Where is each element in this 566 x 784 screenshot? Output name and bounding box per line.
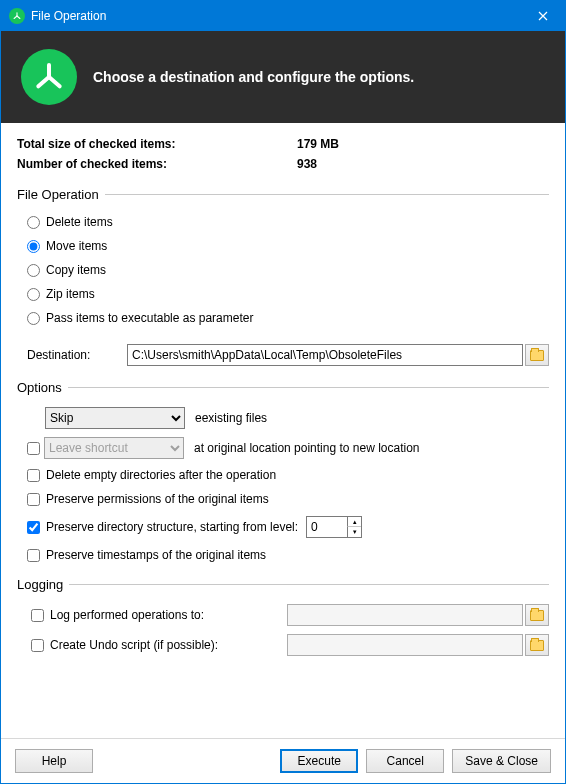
banner-headline: Choose a destination and configure the o… bbox=[93, 69, 414, 85]
content-area: Total size of checked items: 179 MB Numb… bbox=[1, 123, 565, 738]
file-operation-dialog: File Operation Choose a destination and … bbox=[0, 0, 566, 784]
spin-up[interactable]: ▴ bbox=[347, 517, 361, 527]
stats-block: Total size of checked items: 179 MB Numb… bbox=[17, 137, 549, 171]
destination-label: Destination: bbox=[27, 348, 127, 362]
help-button[interactable]: Help bbox=[15, 749, 93, 773]
options-block: Skip eexisting files Leave shortcut at o… bbox=[17, 403, 549, 567]
level-spinner[interactable]: 0 ▴▾ bbox=[306, 516, 362, 538]
radio-pass[interactable]: Pass items to executable as parameter bbox=[27, 306, 549, 330]
close-icon bbox=[538, 11, 548, 21]
log-ops-path bbox=[287, 604, 523, 626]
stat-size-value: 179 MB bbox=[297, 137, 339, 151]
shortcut-select: Leave shortcut bbox=[44, 437, 184, 459]
destination-input[interactable] bbox=[127, 344, 523, 366]
radio-copy[interactable]: Copy items bbox=[27, 258, 549, 282]
preserve-structure-label: Preserve directory structure, starting f… bbox=[46, 520, 298, 534]
shortcut-row: Leave shortcut at original location poin… bbox=[27, 433, 549, 463]
radio-move[interactable]: Move items bbox=[27, 234, 549, 258]
svg-line-1 bbox=[14, 16, 17, 19]
existing-files-select[interactable]: Skip bbox=[45, 407, 185, 429]
svg-line-5 bbox=[49, 77, 60, 86]
log-ops-browse[interactable] bbox=[525, 604, 549, 626]
stat-size-row: Total size of checked items: 179 MB bbox=[17, 137, 549, 151]
shortcut-checkbox[interactable] bbox=[27, 442, 40, 455]
folder-icon bbox=[530, 640, 544, 651]
undo-check[interactable]: Create Undo script (if possible): bbox=[27, 636, 227, 655]
undo-path bbox=[287, 634, 523, 656]
existing-files-label: eexisting files bbox=[195, 411, 267, 425]
log-ops-check[interactable]: Log performed operations to: bbox=[27, 606, 227, 625]
options-header: Options bbox=[17, 380, 549, 395]
close-button[interactable] bbox=[520, 1, 565, 31]
delete-empty-check[interactable]: Delete empty directories after the opera… bbox=[27, 463, 549, 487]
destination-row: Destination: bbox=[17, 344, 549, 366]
folder-icon bbox=[530, 610, 544, 621]
banner: Choose a destination and configure the o… bbox=[1, 31, 565, 123]
svg-line-4 bbox=[38, 77, 49, 86]
svg-line-2 bbox=[17, 16, 20, 19]
cancel-button[interactable]: Cancel bbox=[366, 749, 444, 773]
folder-icon bbox=[530, 350, 544, 361]
titlebar: File Operation bbox=[1, 1, 565, 31]
preserve-structure-row: Preserve directory structure, starting f… bbox=[27, 511, 549, 543]
preserve-permissions-check[interactable]: Preserve permissions of the original ite… bbox=[27, 487, 549, 511]
existing-files-row: Skip eexisting files bbox=[27, 403, 549, 433]
log-ops-row: Log performed operations to: bbox=[27, 600, 549, 630]
destination-browse-button[interactable] bbox=[525, 344, 549, 366]
stat-count-row: Number of checked items: 938 bbox=[17, 157, 549, 171]
undo-browse[interactable] bbox=[525, 634, 549, 656]
stat-size-label: Total size of checked items: bbox=[17, 137, 297, 151]
window-title: File Operation bbox=[31, 9, 520, 23]
stat-count-value: 938 bbox=[297, 157, 317, 171]
logo-icon bbox=[21, 49, 77, 105]
file-operation-header: File Operation bbox=[17, 187, 549, 202]
shortcut-label: at original location pointing to new loc… bbox=[194, 441, 420, 455]
preserve-timestamps-check[interactable]: Preserve timestamps of the original item… bbox=[27, 543, 549, 567]
preserve-structure-check[interactable] bbox=[27, 521, 40, 534]
execute-button[interactable]: Execute bbox=[280, 749, 358, 773]
logging-block: Log performed operations to: Create Undo… bbox=[17, 600, 549, 660]
file-operation-radios: Delete items Move items Copy items Zip i… bbox=[17, 210, 549, 330]
undo-row: Create Undo script (if possible): bbox=[27, 630, 549, 660]
radio-delete[interactable]: Delete items bbox=[27, 210, 549, 234]
save-close-button[interactable]: Save & Close bbox=[452, 749, 551, 773]
app-icon bbox=[9, 8, 25, 24]
logging-header: Logging bbox=[17, 577, 549, 592]
footer: Help Execute Cancel Save & Close bbox=[1, 738, 565, 783]
spin-down[interactable]: ▾ bbox=[347, 527, 361, 537]
stat-count-label: Number of checked items: bbox=[17, 157, 297, 171]
radio-zip[interactable]: Zip items bbox=[27, 282, 549, 306]
